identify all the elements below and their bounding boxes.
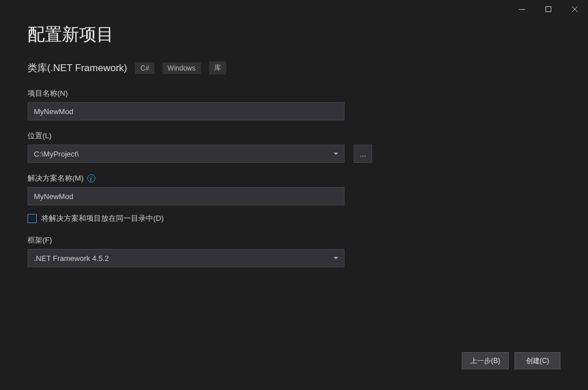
tag-type: 库 <box>209 61 226 75</box>
info-icon[interactable]: i <box>87 174 95 182</box>
create-button[interactable]: 创建(C) <box>514 352 560 369</box>
tag-language: C# <box>135 63 154 74</box>
browse-button[interactable]: ... <box>354 145 372 163</box>
chevron-down-icon <box>334 153 338 155</box>
framework-combo[interactable]: .NET Framework 4.5.2 <box>28 249 345 267</box>
project-name-label: 项目名称(N) <box>28 88 560 99</box>
svg-rect-0 <box>519 9 525 10</box>
framework-label: 框架(F) <box>28 235 560 245</box>
template-row: 类库(.NET Framework) C# Windows 库 <box>28 61 560 75</box>
framework-value: .NET Framework 4.5.2 <box>34 254 109 263</box>
page-title: 配置新项目 <box>28 23 560 46</box>
solution-name-input[interactable] <box>28 187 345 205</box>
solution-name-label: 解决方案名称(M) i <box>28 173 560 184</box>
location-label: 位置(L) <box>28 131 560 141</box>
minimize-button[interactable] <box>509 0 535 18</box>
tag-platform: Windows <box>163 63 201 74</box>
same-directory-checkbox[interactable] <box>28 214 37 223</box>
same-directory-label: 将解决方案和项目放在同一目录中(D) <box>41 213 164 224</box>
project-name-input[interactable] <box>28 102 345 120</box>
solution-name-label-text: 解决方案名称(M) <box>28 173 84 184</box>
close-button[interactable] <box>562 0 588 18</box>
location-combo[interactable]: C:\MyProject\ <box>28 145 345 163</box>
maximize-button[interactable] <box>535 0 562 18</box>
svg-rect-1 <box>546 7 551 12</box>
location-value: C:\MyProject\ <box>34 150 79 158</box>
template-name: 类库(.NET Framework) <box>28 61 127 75</box>
back-button[interactable]: 上一步(B) <box>462 352 509 369</box>
chevron-down-icon <box>334 257 338 259</box>
